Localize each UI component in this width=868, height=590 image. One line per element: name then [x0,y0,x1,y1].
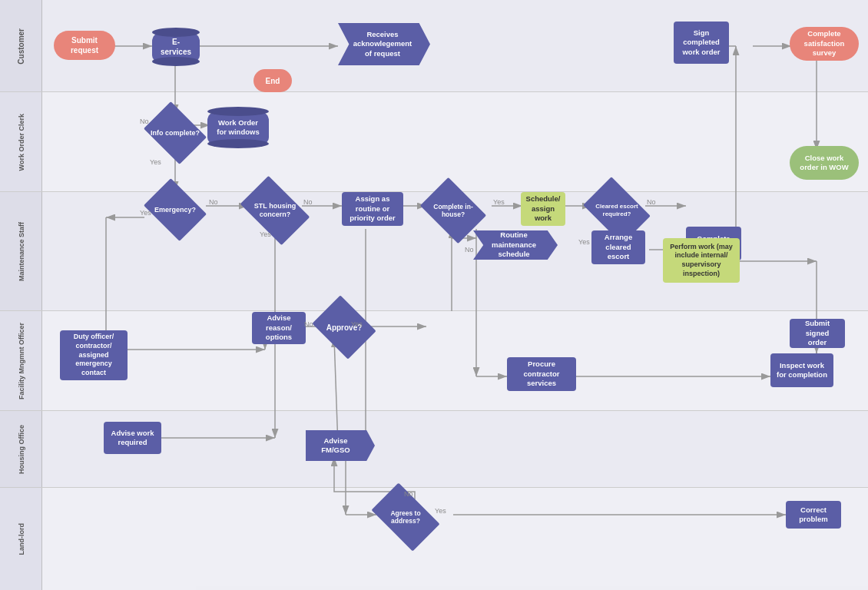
duty-officer-node: Duty officer/ contractor/ assigned emerg… [60,330,128,380]
lane-customer-label: Customer [17,28,25,65]
lane-woc-label: Work Order Clerk [18,114,25,171]
yes-label-emergency: Yes [140,209,151,217]
close-work-order-node: Close work order in WOW [790,146,859,180]
yes-label-inhouse: Yes [493,198,505,206]
perform-work-node: Perform work (may include internal/ supe… [663,238,740,283]
e-services-node: E-services [152,32,200,61]
end-node: End [253,69,292,92]
info-complete-node: Info complete? [150,114,200,152]
submit-request-node: Submit request [54,31,115,60]
advise-work-node: Advise work required [104,422,161,454]
lane-landlord-label: Land-lord [18,523,25,555]
schedule-assign-node: Schedule/ assign work [521,192,565,226]
advise-reason-node: Advise reason/ options [252,312,306,344]
yes-label-escort: Yes [578,238,590,246]
advise-fm-node: Advise FM/GSO [306,430,375,461]
yes-label-stl: Yes [260,230,271,238]
procure-contractor-node: Procure contractor services [507,357,576,391]
stl-housing-node: STL housing concern? [246,191,304,230]
inspect-work-node: Inspect work for completion [770,353,833,387]
emergency-node: Emergency? [150,191,200,229]
sign-completed-node: Sign completed work order [674,22,729,64]
no-label-escort: No [647,198,656,206]
correct-problem-node: Correct problem [786,501,841,529]
cleared-escort-node: Cleared escort required? [589,191,644,230]
assign-routine-node: Assign as routine or priority order [342,192,403,226]
routine-maintenance-node: Routine maintenance schedule [473,230,558,260]
diagram-container: Customer Work Order Clerk Maintenance St… [0,0,868,590]
yes-label-approve: Yes [351,320,363,328]
no-label-agrees: No [404,490,413,498]
lane-facility-label: Facility Mngmnt Officer [18,323,25,399]
arrange-escort-node: Arrange cleared escort [591,230,645,264]
receives-ack-node: Receives acknowlegement of request [338,23,430,65]
no-label-approve: No [304,320,313,328]
agrees-address-node: Agrees to address? [376,498,435,536]
work-order-windows-node: Work Order for windows [207,111,269,144]
yes-label-agrees: Yes [435,507,446,515]
no-label-stl: No [303,198,313,206]
complete-satisfaction-node: Complete satisfaction survey [790,27,859,61]
no-label-info: No [140,118,149,125]
lane-maintenance-label: Maintenance Staff [18,222,25,281]
no-label-emergency: No [209,198,218,206]
submit-signed-node: Submit signed order [790,319,845,348]
complete-inhouse-node: Complete in-house? [426,191,480,230]
yes-label-info: Yes [150,158,161,166]
no-label-inhouse: No [465,246,474,254]
lane-housing-label: Housing Office [18,425,25,474]
